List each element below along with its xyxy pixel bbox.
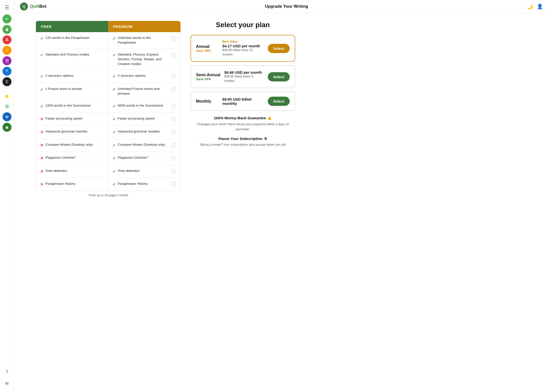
cite-icon[interactable]: ©	[2, 46, 11, 55]
info-icon[interactable]: i	[171, 182, 176, 187]
annual-price-sub: $49.95 billed every 12 months	[222, 48, 264, 57]
premium-cell-content: ✓ Unlimited words in the Paraphraser	[112, 36, 169, 45]
table-row: ✓ 1 Freeze word or phrase ✓ Unlimited Fr…	[36, 83, 180, 100]
translate-icon[interactable]: 文	[2, 77, 11, 86]
premium-cell-content: ✓ Faster processing speed	[112, 116, 169, 122]
premium-cell-content: ✓ Unlimited Freeze words and phrases	[112, 87, 169, 96]
free-header: FREE	[36, 21, 108, 32]
premium-cell: ✓ Paraphraser History i	[108, 178, 180, 191]
darkmode-icon[interactable]: 🌙	[527, 3, 533, 9]
info-icon[interactable]: i	[171, 53, 176, 58]
help-icon[interactable]: ?	[2, 368, 11, 377]
info-icon[interactable]: i	[171, 169, 176, 174]
free-cell: ✓ Standard and Fluency modes	[36, 49, 108, 70]
premium-icon[interactable]: ◆	[2, 91, 11, 100]
annual-plan-card[interactable]: Annual Save 58% Best Value $4.17 USD per…	[190, 35, 295, 62]
menu-icon[interactable]: ☰	[2, 3, 11, 12]
free-cell-text: Faster processing speed	[45, 116, 82, 121]
premium-cell: ✓ Unlimited words in the Paraphraser i	[108, 32, 180, 49]
semi-annual-select-button[interactable]: Select	[268, 72, 290, 81]
semi-annual-price-main: $6.66 USD per month	[224, 70, 264, 74]
table-row: ✓ 125 words in the Paraphraser ✓ Unlimit…	[36, 32, 180, 49]
free-cell: ✕ Compare Modes (Desktop only)	[36, 139, 108, 152]
table-row: ✕ Compare Modes (Desktop only) ✓ Compare…	[36, 139, 180, 152]
chrome-icon[interactable]: ⊕	[2, 102, 11, 111]
topbar: Q QuillBot Upgrade Your Writing 🌙 👤	[14, 0, 549, 13]
premium-cell: ✓ Faster processing speed i	[108, 113, 180, 126]
premium-cell: ✓ Plagiarism Checker* i	[108, 152, 180, 165]
guarantee-text: Changed your mind? We'll refund your pay…	[193, 122, 293, 131]
free-cell-text: 1200 words in the Summarizer	[45, 103, 91, 108]
premium-cell-text: 4 synonym options	[118, 73, 146, 78]
screen-icon[interactable]: ▣	[2, 123, 11, 132]
premium-cell: ✓ Tone detection i	[108, 165, 180, 178]
info-icon[interactable]: i	[171, 87, 176, 92]
check-icon: ✓	[40, 36, 43, 41]
nav-divider-2	[2, 134, 11, 134]
free-cell-text: Tone detection	[45, 169, 67, 173]
semi-annual-plan-name: Semi-Annual	[196, 73, 220, 77]
table-row: ✕ Advanced grammar rewrites ✓ Advanced g…	[36, 126, 180, 139]
monthly-plan-details: $9.95 USD billed monthly	[222, 97, 264, 106]
info-icon[interactable]: i	[171, 130, 176, 134]
guarantee-section: 100% Money-Back Guarantee 👍 Changed your…	[190, 116, 295, 131]
premium-cell-text: Unlimited Freeze words and phrases	[118, 87, 169, 96]
semi-annual-price-sub: $39.95 billed every 6 months	[224, 74, 264, 83]
semi-annual-plan-card[interactable]: Semi-Annual Save 33% $6.66 USD per month…	[190, 65, 295, 88]
check-icon: ✓	[40, 74, 43, 79]
check-icon: ✓	[112, 169, 116, 174]
annual-plan-name: Annual	[196, 44, 218, 49]
quote-icon[interactable]: ❝	[2, 67, 11, 76]
premium-cell: ✓ 4 synonym options i	[108, 70, 180, 83]
info-icon[interactable]: i	[171, 156, 176, 161]
logo-icon: Q	[20, 2, 28, 10]
premium-cell: ✓ Standard, Fluency, Expand, Shorten, Fo…	[108, 49, 180, 70]
main-content: FREE PREMIUM ✓ 125 words in the Paraphra…	[28, 13, 549, 392]
mail-icon[interactable]: ✉	[2, 379, 11, 388]
info-icon[interactable]: i	[171, 104, 176, 109]
free-cell: ✕ Advanced grammar rewrites	[36, 126, 108, 138]
premium-cell-text: Paraphraser History	[118, 182, 148, 186]
user-icon[interactable]: 👤	[537, 3, 543, 9]
free-cell: ✓ 1200 words in the Summarizer	[36, 100, 108, 113]
premium-cell-content: ✓ Paraphraser History	[112, 182, 169, 187]
table-row: ✓ Standard and Fluency modes ✓ Standard,…	[36, 49, 180, 70]
free-cell: ✕ Tone detection	[36, 165, 108, 178]
check-icon: ✓	[40, 53, 43, 58]
free-cell-text: 1 Freeze word or phrase	[45, 87, 82, 91]
premium-cell-text: 6000 words in the Summarizer	[118, 103, 163, 108]
check-icon: ✓	[112, 87, 116, 92]
free-cell: ✕ Faster processing speed	[36, 113, 108, 126]
info-icon[interactable]: i	[171, 36, 176, 41]
monthly-select-button[interactable]: Select	[268, 97, 290, 106]
table-row: ✓ 3 synonym options ✓ 4 synonym options …	[36, 70, 180, 83]
annual-select-button[interactable]: Select	[268, 44, 290, 53]
info-icon[interactable]: i	[171, 143, 176, 148]
info-icon[interactable]: i	[171, 117, 176, 122]
doc-icon[interactable]: 📋	[2, 25, 11, 34]
grammar-icon[interactable]: A	[2, 35, 11, 44]
check-icon: ✓	[112, 36, 116, 41]
free-cell-text: Advanced grammar rewrites	[45, 129, 88, 134]
premium-cell-content: ✓ 4 synonym options	[112, 73, 169, 79]
monthly-plan-card[interactable]: Monthly $9.95 USD billed monthly Select	[190, 92, 295, 111]
check-icon: ✓	[40, 104, 43, 109]
table-body: ✓ 125 words in the Paraphraser ✓ Unlimit…	[36, 32, 181, 191]
cross-icon: ✕	[40, 182, 43, 187]
free-cell: ✓ 1 Freeze word or phrase	[36, 83, 108, 100]
paraphraser-icon[interactable]: ✏	[2, 14, 11, 23]
free-cell-text: Standard and Fluency modes	[45, 52, 89, 57]
annual-price-main: $4.17 USD per month	[222, 44, 264, 48]
check-icon: ✓	[40, 87, 43, 92]
free-cell-text: 125 words in the Paraphraser	[45, 36, 90, 40]
check-icon: ✓	[112, 130, 116, 135]
annual-plan-save: Save 58%	[196, 49, 218, 53]
best-value-label: Best Value	[222, 40, 264, 43]
word-icon[interactable]: W	[2, 112, 11, 121]
logo-text: QuillBot	[30, 4, 46, 9]
info-icon[interactable]: i	[171, 74, 176, 79]
check-icon: ✓	[112, 104, 116, 109]
summarizer-icon[interactable]: ☰	[2, 56, 11, 65]
sidebar: ☰ ✏ 📋 A © ☰ ❝ 文 ◆ ⊕ W ▣ ? ✉	[0, 0, 14, 392]
free-cell: ✓ 125 words in the Paraphraser	[36, 32, 108, 49]
